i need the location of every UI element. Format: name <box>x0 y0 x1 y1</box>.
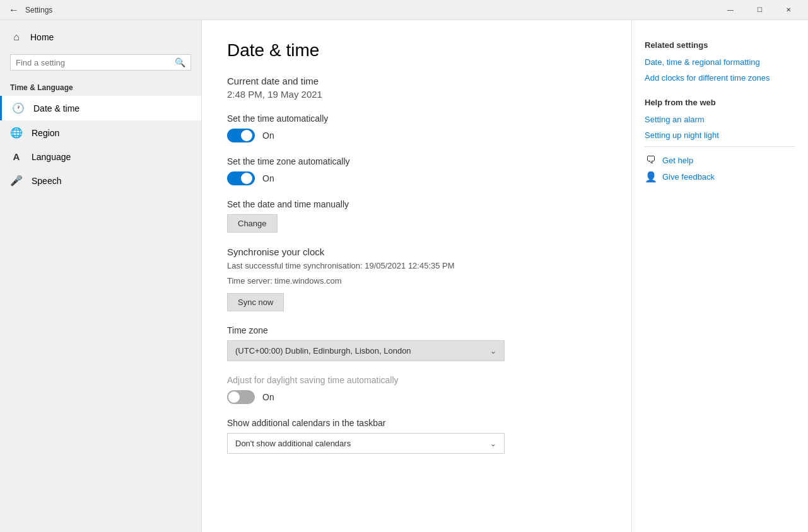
sync-block: Synchronise your clock Last successful t… <box>227 246 606 311</box>
help-link-alarm[interactable]: Setting an alarm <box>645 115 795 124</box>
auto-time-toggle-text: On <box>262 130 274 141</box>
daylight-block: Adjust for daylight saving time automati… <box>227 375 606 404</box>
speech-icon: 🎤 <box>10 175 23 187</box>
help-link-nightlight[interactable]: Setting up night light <box>645 130 795 140</box>
feedback-row[interactable]: 👤 Give feedback <box>645 171 795 183</box>
sync-info-line2: Time server: time.windows.com <box>227 275 606 287</box>
auto-timezone-toggle-row: On <box>227 171 606 185</box>
auto-time-block: Set the time automatically On <box>227 113 606 142</box>
auto-timezone-block: Set the time zone automatically On <box>227 156 606 185</box>
auto-time-toggle-knob <box>241 130 252 141</box>
manual-label: Set the date and time manually <box>227 199 606 209</box>
additional-cal-value: Don't show additional calendars <box>235 439 351 448</box>
get-help-label: Get help <box>662 156 693 165</box>
sync-now-button[interactable]: Sync now <box>227 293 284 311</box>
main-content: Date & time Current date and time 2:48 P… <box>202 20 631 532</box>
auto-timezone-label: Set the time zone automatically <box>227 156 606 166</box>
manual-time-block: Set the date and time manually Change <box>227 199 606 233</box>
sidebar-item-home[interactable]: ⌂ Home <box>0 25 201 49</box>
window-controls: — ☐ ✕ <box>716 0 803 20</box>
additional-cal-block: Show additional calendars in the taskbar… <box>227 418 606 454</box>
sidebar-item-region[interactable]: 🌐 Region <box>0 120 201 145</box>
current-datetime-value: 2:48 PM, 19 May 2021 <box>227 89 606 100</box>
app-title: Settings <box>25 6 716 14</box>
home-icon: ⌂ <box>10 32 23 43</box>
additional-cal-dropdown-arrow: ⌄ <box>490 439 496 448</box>
related-settings-title: Related settings <box>645 40 795 50</box>
sidebar-item-date-time[interactable]: 🕐 Date & time <box>0 96 201 120</box>
daylight-toggle[interactable] <box>227 390 255 404</box>
get-help-row[interactable]: 🗨 Get help <box>645 154 795 166</box>
current-datetime-section: Current date and time 2:48 PM, 19 May 20… <box>227 76 606 100</box>
auto-timezone-toggle-knob <box>241 173 252 184</box>
daylight-toggle-row: On <box>227 390 606 404</box>
search-box[interactable]: 🔍 <box>10 54 191 71</box>
current-datetime-label: Current date and time <box>227 76 606 86</box>
sidebar-item-language[interactable]: A Language <box>0 145 201 168</box>
nav-label-speech: Speech <box>32 176 61 186</box>
related-link-clocks[interactable]: Add clocks for different time zones <box>645 73 795 83</box>
auto-timezone-toggle-text: On <box>262 173 274 183</box>
page-title: Date & time <box>227 40 606 61</box>
timezone-dropdown-arrow: ⌄ <box>490 347 496 356</box>
get-help-icon: 🗨 <box>645 154 657 166</box>
daylight-label: Adjust for daylight saving time automati… <box>227 375 606 385</box>
auto-timezone-toggle[interactable] <box>227 171 255 185</box>
change-button[interactable]: Change <box>227 214 278 233</box>
sync-section-label: Synchronise your clock <box>227 246 606 257</box>
minimize-button[interactable]: — <box>716 0 745 20</box>
daylight-toggle-text: On <box>262 392 274 402</box>
timezone-dropdown[interactable]: (UTC+00:00) Dublin, Edinburgh, Lisbon, L… <box>227 340 505 361</box>
right-panel: Related settings Date, time & regional f… <box>631 20 808 532</box>
home-label: Home <box>30 32 54 42</box>
feedback-label: Give feedback <box>662 172 715 182</box>
back-button[interactable]: ← <box>5 1 23 19</box>
additional-cal-label: Show additional calendars in the taskbar <box>227 418 606 428</box>
auto-time-toggle[interactable] <box>227 129 255 142</box>
sidebar-section-label: Time & Language <box>0 76 201 96</box>
nav-label-region: Region <box>32 128 59 138</box>
app-body: ⌂ Home 🔍 Time & Language 🕐 Date & time 🌐… <box>0 20 808 532</box>
daylight-toggle-knob <box>228 391 240 403</box>
additional-cal-dropdown[interactable]: Don't show additional calendars ⌄ <box>227 433 505 454</box>
timezone-value: (UTC+00:00) Dublin, Edinburgh, Lisbon, L… <box>235 346 411 356</box>
auto-time-toggle-row: On <box>227 129 606 142</box>
divider <box>645 146 795 147</box>
timezone-block: Time zone (UTC+00:00) Dublin, Edinburgh,… <box>227 325 606 361</box>
nav-label-date-time: Date & time <box>33 103 79 113</box>
auto-time-label: Set the time automatically <box>227 113 606 124</box>
sidebar-item-speech[interactable]: 🎤 Speech <box>0 168 201 193</box>
sidebar: ⌂ Home 🔍 Time & Language 🕐 Date & time 🌐… <box>0 20 202 532</box>
maximize-button[interactable]: ☐ <box>745 0 774 20</box>
timezone-label: Time zone <box>227 325 606 335</box>
search-icon: 🔍 <box>175 57 185 67</box>
titlebar: ← Settings — ☐ ✕ <box>0 0 808 20</box>
feedback-icon: 👤 <box>645 171 657 183</box>
sync-info-line1: Last successful time synchronisation: 19… <box>227 260 606 272</box>
search-input[interactable] <box>16 58 175 67</box>
nav-label-language: Language <box>32 152 71 162</box>
region-icon: 🌐 <box>10 127 23 139</box>
close-button[interactable]: ✕ <box>774 0 803 20</box>
help-from-web-title: Help from the web <box>645 98 795 107</box>
language-icon: A <box>10 151 23 162</box>
clock-icon: 🕐 <box>12 102 25 114</box>
related-link-regional[interactable]: Date, time & regional formatting <box>645 57 795 67</box>
